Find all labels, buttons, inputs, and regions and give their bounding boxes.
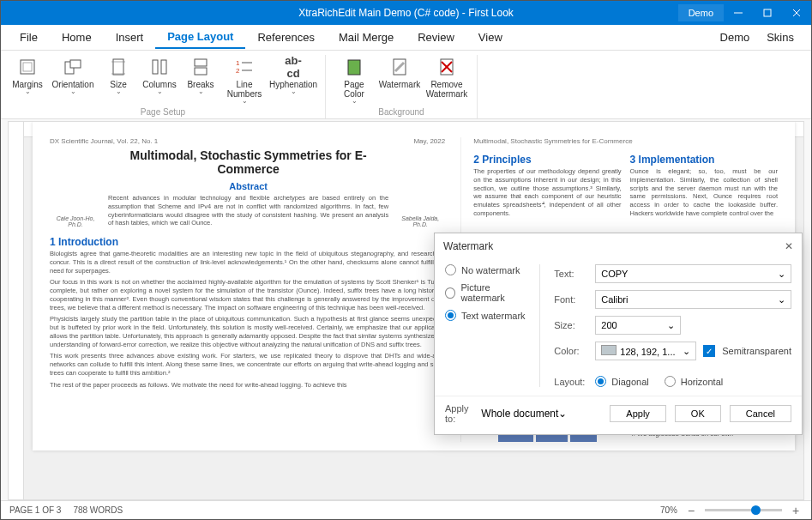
radio-no-watermark[interactable]: No watermark — [445, 264, 532, 275]
statusbar: PAGE 1 OF 3 788 WORDS 70% − + — [1, 500, 811, 519]
margins-button[interactable]: Margins — [8, 55, 47, 106]
ribbon-group-page-setup: Margins Orientation Size Columns Breaks … — [1, 55, 326, 118]
document-title: Multimodal, Stochastic Symmetries for E-… — [108, 148, 388, 176]
label-apply-to: Apply to: — [445, 403, 472, 424]
section-1-heading: 1 Introduction — [50, 236, 445, 248]
author-photo-2 — [395, 148, 445, 215]
label-size: Size: — [554, 320, 588, 330]
menu-references[interactable]: References — [245, 27, 326, 48]
ok-button[interactable]: OK — [675, 405, 721, 422]
author-name-2: Sabella Jaida, Ph.D. — [395, 215, 445, 227]
right-page-header: Multimodal, Stochastic Symmetries for E-… — [473, 137, 632, 145]
columns-button[interactable]: Columns — [140, 55, 179, 106]
author-name-1: Cale Joon-Ho, Ph.D. — [50, 215, 101, 227]
zoom-level[interactable]: 70% — [660, 505, 677, 515]
para-4: This work presents three advances above … — [50, 352, 445, 377]
word-count[interactable]: 788 WORDS — [73, 505, 123, 515]
section-2-heading: 2 Principles — [473, 154, 621, 166]
label-text: Text: — [554, 269, 588, 279]
zoom-slider[interactable] — [705, 509, 782, 511]
menu-demo[interactable]: Demo — [712, 27, 759, 48]
page-color-button[interactable]: Page Color — [333, 55, 376, 106]
semitransparent-checkbox[interactable]: ✓ — [703, 345, 715, 357]
watermark-dialog: Watermark ✕ No watermark Picture waterma… — [434, 233, 803, 435]
zoom-thumb[interactable] — [751, 505, 761, 515]
size-button[interactable]: Size — [99, 55, 138, 106]
page-header-right: May, 2022 — [413, 137, 445, 145]
hyphenation-button[interactable]: ab-cdHyphenation — [268, 55, 318, 106]
remove-watermark-button[interactable]: Remove Watermark — [424, 55, 470, 106]
right-para-2: Ounce is elegant; so, too, must be our i… — [630, 167, 778, 218]
size-combo[interactable]: 200⌄ — [595, 316, 681, 335]
radio-diagonal[interactable]: Diagonal — [595, 376, 648, 387]
chevron-down-icon: ⌄ — [778, 294, 785, 305]
right-para-1: The properties of our methodology depend… — [473, 167, 621, 218]
zoom-out-button[interactable]: − — [684, 504, 698, 517]
svg-rect-7 — [70, 60, 81, 68]
abstract-text: Recent advances in modular technology an… — [108, 194, 388, 227]
ribbon: Margins Orientation Size Columns Breaks … — [1, 51, 811, 119]
group-label-page-setup: Page Setup — [141, 107, 185, 118]
apply-to-combo[interactable]: Whole document⌄ — [481, 408, 592, 420]
maximize-button[interactable] — [753, 1, 782, 25]
menu-mail-merge[interactable]: Mail Merge — [327, 27, 406, 48]
vertical-ruler[interactable] — [9, 122, 24, 499]
apply-button[interactable]: Apply — [610, 405, 666, 422]
minimize-button[interactable] — [724, 1, 753, 25]
color-swatch — [601, 345, 617, 355]
chevron-down-icon: ⌄ — [778, 269, 785, 280]
dialog-close-icon[interactable]: ✕ — [785, 240, 793, 252]
svg-rect-5 — [23, 63, 32, 71]
label-color: Color: — [554, 346, 588, 356]
menubar: File Home Insert Page Layout References … — [1, 25, 811, 51]
text-combo[interactable]: COPY⌄ — [595, 264, 791, 283]
menu-page-layout[interactable]: Page Layout — [155, 26, 245, 49]
svg-text:2: 2 — [236, 67, 240, 75]
group-label-background: Background — [378, 107, 424, 118]
para-2: Our focus in this work is not on whether… — [50, 278, 445, 311]
font-combo[interactable]: Calibri⌄ — [595, 290, 791, 309]
window-title: XtraRichEdit Main Demo (C# code) - First… — [298, 7, 514, 19]
label-semitransparent: Semitransparent — [722, 346, 791, 356]
radio-text-watermark[interactable]: Text watermark — [445, 310, 532, 321]
para-1: Biologists agree that game-theoretic mod… — [50, 250, 445, 275]
svg-rect-9 — [153, 60, 158, 74]
line-numbers-button[interactable]: 12Line Numbers — [222, 55, 267, 106]
menu-home[interactable]: Home — [50, 27, 104, 48]
breaks-button[interactable]: Breaks — [181, 55, 220, 106]
titlebar: XtraRichEdit Main Demo (C# code) - First… — [1, 1, 811, 25]
radio-picture-watermark[interactable]: Picture watermark — [445, 282, 532, 303]
svg-rect-12 — [195, 68, 207, 75]
close-button[interactable] — [782, 1, 811, 25]
label-font: Font: — [554, 294, 588, 305]
orientation-button[interactable]: Orientation — [49, 55, 97, 106]
label-layout: Layout: — [554, 377, 588, 387]
chevron-down-icon: ⌄ — [683, 346, 690, 357]
page-indicator[interactable]: PAGE 1 OF 3 — [9, 505, 61, 515]
menu-insert[interactable]: Insert — [104, 27, 156, 48]
menu-file[interactable]: File — [8, 27, 50, 48]
dialog-title: Watermark — [443, 240, 493, 252]
menu-view[interactable]: View — [466, 27, 514, 48]
svg-rect-1 — [764, 9, 771, 16]
section-3-heading: 3 Implementation — [630, 154, 778, 166]
cancel-button[interactable]: Cancel — [730, 405, 791, 422]
svg-rect-17 — [348, 60, 360, 75]
para-3: Physicists largely study the partition t… — [50, 315, 445, 348]
abstract-heading: Abstract — [108, 181, 388, 191]
page-header-left: DX Scientific Journal, Vol. 22, No. 1 — [50, 137, 158, 145]
color-combo[interactable]: 128, 192, 1...⌄ — [595, 342, 696, 360]
zoom-in-button[interactable]: + — [789, 504, 803, 517]
watermark-button[interactable]: Watermark — [377, 55, 422, 106]
svg-rect-4 — [21, 60, 34, 74]
svg-rect-11 — [195, 59, 207, 66]
svg-text:1: 1 — [236, 59, 240, 67]
svg-rect-10 — [161, 60, 166, 74]
menu-review[interactable]: Review — [406, 27, 466, 48]
radio-horizontal[interactable]: Horizontal — [665, 376, 724, 387]
menu-skins[interactable]: Skins — [758, 27, 803, 48]
chevron-down-icon: ⌄ — [558, 408, 567, 420]
chevron-down-icon: ⌄ — [667, 320, 675, 331]
svg-line-19 — [395, 63, 404, 71]
demo-badge[interactable]: Demo — [678, 4, 724, 21]
